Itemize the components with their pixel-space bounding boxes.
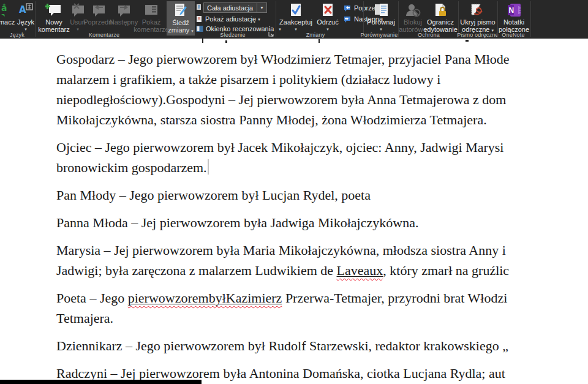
markup-selector-combobox[interactable]: Cała adiustacja ▼ <box>203 2 267 13</box>
text-cursor <box>208 159 209 175</box>
dialog-launcher-icon[interactable] <box>268 31 274 37</box>
misspelled-word: pierwowzorembyłKazimierz <box>128 290 282 306</box>
next-comment-icon <box>115 2 132 18</box>
text-line: Jadwigi; była zaręczona z malarzem Ludwi… <box>56 260 588 280</box>
show-markup-button[interactable]: Pokaż adiustację ▾ <box>196 14 260 24</box>
group-label-zmiany: Zmiany <box>288 32 343 38</box>
new-comment-button[interactable]: Nowy komentarz <box>38 1 70 36</box>
text-line: Mikołajczykówna, starsza siostra Panny M… <box>56 110 588 130</box>
chevron-down-icon: ▾ <box>24 27 27 31</box>
track-changes-icon <box>173 2 189 19</box>
group-label-jezyk: Język <box>1 32 33 38</box>
show-comments-button[interactable]: Pokaż komentarze <box>136 1 167 36</box>
previous-comment-button[interactable]: Poprzedni <box>86 1 111 36</box>
clipped-text-fragment <box>318 39 320 43</box>
text-line: Tetmajera. <box>56 308 588 328</box>
text-line: Poeta – Jego pierwowzorembyłKazimierz Pr… <box>56 288 588 308</box>
text-line: malarzem i grafikiem, a także pisarzem i… <box>56 69 588 89</box>
reject-button[interactable]: Odrzuć ▾ <box>315 1 341 36</box>
chevron-down-icon: ▾ <box>191 29 194 33</box>
delete-comment-icon <box>69 2 86 18</box>
text-line: bronowickim gospodarzem. <box>56 157 588 178</box>
chevron-down-icon: ▾ <box>295 27 297 31</box>
previous-comment-icon <box>90 2 107 18</box>
compare-icon <box>372 2 390 18</box>
language-icon: A <box>18 2 34 18</box>
compare-button[interactable]: Porównaj ▾ <box>366 1 396 36</box>
group-divider <box>35 1 36 37</box>
accept-button[interactable]: Zaakceptuj ▾ <box>277 1 315 36</box>
group-divider <box>276 1 276 37</box>
onenote-icon: N <box>506 2 522 18</box>
chevron-down-icon: ▾ <box>77 27 79 31</box>
linked-notes-button[interactable]: N Notatki połączone <box>499 1 529 36</box>
chevron-down-icon: ▾ <box>326 27 329 31</box>
show-comments-icon <box>143 2 160 18</box>
text-line: Gospodarz – Jego pierwowzorem był Włodzi… <box>56 49 588 69</box>
misspelled-word: Laveaux <box>337 263 383 278</box>
group-label-onenote: OneNote <box>494 32 533 38</box>
markup-selector-value: Cała adiustacja <box>204 4 257 12</box>
restrict-editing-icon <box>432 2 448 18</box>
group-divider <box>530 1 531 37</box>
text-line: Panna Młoda – Jej pierwowzorem była Jadw… <box>56 213 588 233</box>
clipped-text-fragment <box>202 39 203 43</box>
track-changes-button[interactable]: Śledź zmiany▾ <box>167 1 195 36</box>
chevron-down-icon: ▾ <box>380 27 382 31</box>
group-label-ochrona: Ochrona <box>401 32 456 38</box>
text-line: Marysia – Jej pierwowzorem była Maria Mi… <box>56 240 588 260</box>
chevron-down-icon: ▾ <box>258 17 260 21</box>
svg-text:a̐: a̐ <box>1 3 7 13</box>
hide-ink-icon <box>469 2 486 18</box>
next-comment-button[interactable]: Następny <box>111 1 136 36</box>
group-label-komentarze: Komentarze <box>74 32 135 38</box>
text-line: Ojciec – Jego pierwowzorem był Jacek Mik… <box>56 137 588 157</box>
block-authors-icon <box>404 2 421 18</box>
restrict-editing-button[interactable]: Ogranicz edytowanie <box>424 1 457 36</box>
new-comment-icon <box>45 2 62 18</box>
combo-dropdown-icon[interactable]: ▼ <box>257 3 266 12</box>
next-change-icon <box>343 15 352 23</box>
svg-text:A: A <box>19 4 26 15</box>
text-line: Pan Młody – Jego pierwowzorem był Lucjan… <box>56 185 588 205</box>
block-authors-button[interactable]: Blokuj autorów▾ <box>401 1 425 36</box>
markup-combo-icon <box>196 4 203 11</box>
show-markup-icon <box>196 15 203 23</box>
ribbon-review-tab: a̐ umacz ▾ A Język ▾ Język Nowy komentar… <box>0 0 588 39</box>
svg-text:N: N <box>509 6 514 15</box>
hide-ink-button[interactable]: Ukryj pismo odręczne▾ <box>459 1 496 36</box>
text-line: Dziennikarz – Jego pierwowzorem był Rudo… <box>56 336 588 356</box>
accept-icon <box>288 2 304 18</box>
clipped-text-fragment <box>225 40 227 43</box>
document-canvas[interactable]: Gospodarz – Jego pierwowzorem był Włodzi… <box>0 39 588 384</box>
reject-icon <box>320 2 336 18</box>
previous-change-icon <box>343 4 352 12</box>
text-line: niepodległościowy).Gospodyni – Jej pierw… <box>56 89 588 110</box>
bottom-bar-fragment <box>0 380 202 384</box>
group-label-sledzenie: Śledzenie <box>202 32 263 38</box>
translate-icon: a̐ <box>0 2 12 18</box>
clipped-text-fragment <box>466 40 469 42</box>
